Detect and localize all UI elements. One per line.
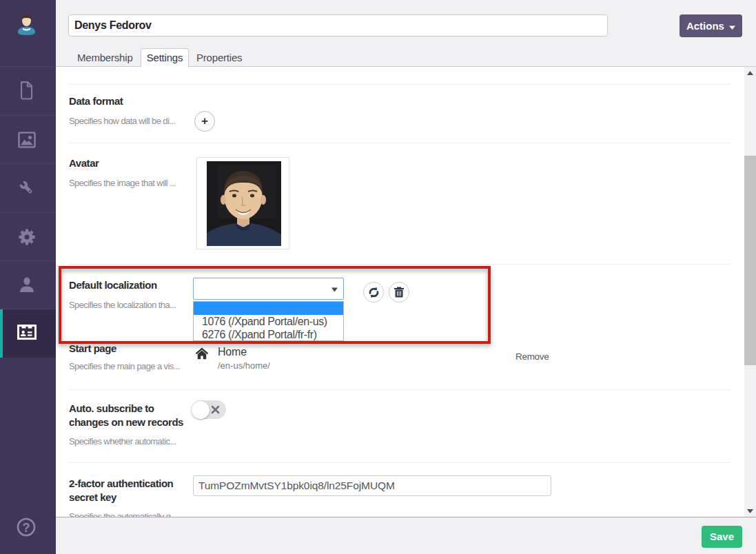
svg-text:?: ? xyxy=(23,521,30,535)
